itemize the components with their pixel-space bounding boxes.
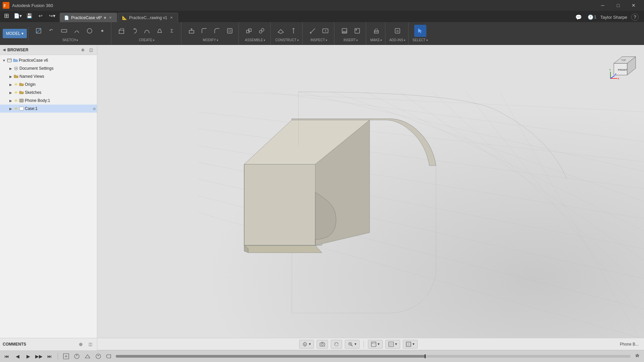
expander-phone-body[interactable]: ▶ [8,98,13,103]
sketch-circle-btn[interactable] [84,25,96,37]
browser-collapse-arrow[interactable]: ◀ [3,48,5,52]
inspect-measure-btn[interactable] [307,25,319,37]
expander-origin[interactable]: ▶ [8,82,13,87]
create-extrude-btn[interactable] [115,25,127,37]
help-button[interactable]: ? [631,13,639,21]
close-button[interactable]: ✕ [626,0,641,11]
tree-item-sketches[interactable]: ▶ 👁 Sketches [0,88,97,97]
timeline-separator [58,353,58,360]
tab-icon: 📄 [64,15,69,20]
tab-close-2[interactable]: ✕ [169,15,174,20]
timeline-prev-btn[interactable]: ◀ [13,352,21,360]
addins-scripts-btn[interactable]: ⚙ [391,25,404,37]
svg-rect-76 [374,343,375,344]
modify-shell-btn[interactable] [224,25,236,37]
tab-close-1[interactable]: ✕ [108,15,113,20]
tree-item-origin[interactable]: ▶ 👁 Origin [0,80,97,88]
timeline-action-5[interactable] [105,352,113,360]
tree-item-case1[interactable]: ▶ 👁 Case:1 ⊙ [0,105,97,113]
save-button[interactable]: 💾 [24,11,34,21]
sketch-point-btn[interactable] [96,25,108,37]
tree-item-root[interactable]: ▼ PracticeCase v6 [0,56,97,64]
viewcube[interactable]: FRONT TOP X Y Z [607,48,641,82]
tree-item-phone-body[interactable]: ▶ 👁 Phone Body:1 [0,97,97,105]
svg-line-48 [433,92,644,293]
select-group: SELECT ▾ [410,22,431,45]
timeline-play-btn[interactable]: ▶ [24,352,32,360]
create-loft-btn[interactable] [154,25,166,37]
create-revolve-btn[interactable] [128,25,140,37]
svg-point-90 [96,354,101,359]
expander-sketches[interactable]: ▶ [8,90,13,95]
timeline-action-1[interactable] [62,352,70,360]
make-3dprint-btn[interactable] [370,25,382,37]
snap-btn[interactable]: ▾ [299,340,314,349]
camera-btn[interactable] [317,340,328,349]
zoom-btn[interactable]: ▾ [345,340,360,349]
model-mode-button[interactable]: MODEL ▾ [3,29,27,38]
minimize-button[interactable]: ─ [595,0,610,11]
tab-drawing[interactable]: 📐 PracticeC...rawing v1 ✕ [118,13,178,22]
comments-add-btn[interactable]: ⊕ [77,340,85,348]
comments-collapse-btn[interactable]: ◫ [86,340,94,348]
sketch-arc-btn[interactable] [71,25,83,37]
eye-case1[interactable]: 👁 [13,106,19,111]
insert-canvas-btn[interactable] [338,25,351,37]
create-sigma-btn[interactable]: Σ [166,25,178,37]
browser-options-btn[interactable]: ⊕ [80,47,86,53]
timeline-action-3[interactable] [84,352,92,360]
browser-header: ◀ BROWSER ⊕ ◫ [0,45,97,55]
expander-named-views[interactable]: ▶ [8,74,13,79]
create-sweep-btn[interactable] [141,25,153,37]
select-btn[interactable] [414,25,426,37]
eye-origin[interactable]: 👁 [13,82,19,87]
timeline-start-btn[interactable]: ⏮ [3,352,11,360]
expander-doc-settings[interactable]: ▶ [8,66,13,71]
timeline-next-btn[interactable]: ▶▶ [35,352,43,360]
eye-phone-body[interactable]: 👁 [13,98,19,103]
modify-fillet-btn[interactable] [198,25,210,37]
maximize-button[interactable]: □ [610,0,626,11]
redo-button[interactable]: ↪▾ [47,11,57,21]
inspect-label: INSPECT ▾ [311,38,327,42]
construct-plane-btn[interactable] [275,25,287,37]
tab-practicecasev6[interactable]: 📄 PracticeCase v6* ✕ [60,13,117,22]
assemble-new-comp-btn[interactable] [243,25,255,37]
construct-group: CONSTRUCT ▾ [272,22,303,45]
modify-press-pull-btn[interactable] [185,25,198,37]
addins-icons: ⚙ [391,25,404,37]
svg-rect-28 [7,59,11,62]
sketch-stop-btn[interactable] [33,25,45,37]
eye-sketches[interactable]: 👁 [13,90,19,95]
layout-btn[interactable]: ▾ [403,340,418,349]
tree-item-doc-settings[interactable]: ▶ Document Settings [0,64,97,72]
timeline-settings-btn[interactable] [633,352,641,360]
inspect-display-btn[interactable] [319,25,331,37]
tree-item-named-views[interactable]: ▶ Named Views [0,72,97,80]
expander-root[interactable]: ▼ [1,58,7,63]
viewport[interactable]: FRONT TOP X Y Z [97,45,644,338]
svg-line-35 [198,112,644,162]
notifications-button[interactable]: 💬 [574,12,584,22]
assemble-joint-btn[interactable] [256,25,268,37]
undo-button[interactable]: ↩ [36,11,46,21]
sketch-undo-btn[interactable] [45,25,57,37]
timeline-track[interactable] [116,355,631,358]
sketch-line-btn[interactable] [58,25,70,37]
app-menu-button[interactable]: ⊞ [1,11,11,21]
app-title: Autodesk Fusion 360 [12,3,592,8]
new-file-button[interactable]: 📄▾ [13,11,23,21]
expander-case1[interactable]: ▶ [8,106,13,111]
display-mode-btn[interactable]: ▾ [368,340,383,349]
timeline-action-4[interactable] [94,352,102,360]
orbit-btn[interactable] [331,340,342,349]
browser-pin-btn[interactable]: ◫ [88,47,94,53]
assemble-icons [243,25,268,37]
insert-decal-btn[interactable] [351,25,363,37]
timeline-action-2[interactable] [73,352,81,360]
construct-axis-btn[interactable] [287,25,300,37]
modify-chamfer-btn[interactable] [211,25,223,37]
timeline-end-btn[interactable]: ⏭ [46,352,54,360]
grid-mode-btn[interactable]: ▾ [385,340,400,349]
tree-label-phone-body: Phone Body:1 [25,98,96,103]
